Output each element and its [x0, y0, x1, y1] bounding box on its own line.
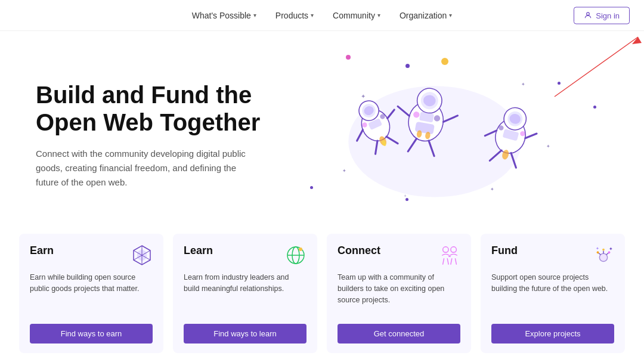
hero-text: Build and Fund the Open Web Together Con… — [36, 81, 286, 190]
svg-text:✦: ✦ — [361, 93, 366, 100]
dot-yellow — [441, 58, 448, 65]
nav-organization[interactable]: Organization ▾ — [400, 11, 452, 20]
learn-icon — [285, 245, 306, 266]
nav-whats-possible[interactable]: What's Possible ▾ — [192, 11, 256, 20]
svg-line-61 — [443, 259, 444, 264]
earn-card-title: Earn — [30, 245, 54, 257]
svg-text:✦: ✦ — [546, 144, 550, 149]
fund-cta-button[interactable]: Explore projects — [491, 324, 614, 343]
svg-line-43 — [525, 131, 537, 141]
svg-line-64 — [455, 259, 456, 264]
connect-icon — [439, 245, 460, 266]
connect-card-title: Connect — [338, 245, 380, 257]
dot-purple3 — [310, 186, 313, 189]
learn-card-header: Learn — [184, 245, 306, 266]
hero-illustration: ✦ ✦ ✦ ✦ ✦ + + — [286, 46, 608, 225]
learn-cta-button[interactable]: Find ways to learn — [184, 324, 306, 343]
earn-icon — [131, 245, 153, 266]
svg-point-71 — [597, 251, 599, 253]
hero-title: Build and Fund the Open Web Together — [36, 81, 286, 136]
connect-card-description: Team up with a community of builders to … — [338, 272, 460, 317]
astronaut-illustration: ✦ ✦ ✦ ✦ ✦ + + — [310, 49, 584, 222]
dot-purple5 — [558, 82, 561, 85]
svg-point-58 — [299, 247, 302, 251]
chevron-down-icon: ▾ — [311, 12, 314, 18]
svg-line-62 — [447, 259, 448, 264]
connect-card-header: Connect — [338, 245, 460, 266]
hero-subtitle: Connect with the community developing di… — [36, 147, 256, 190]
fund-card: Fund ✦ ✦ Support open source projects bu — [481, 234, 625, 353]
fund-card-description: Support open source projects building th… — [491, 272, 614, 317]
dot-purple — [405, 64, 410, 68]
svg-line-63 — [451, 259, 452, 264]
connect-cta-button[interactable]: Get connected — [338, 324, 460, 343]
user-icon — [584, 11, 592, 20]
nav-products[interactable]: Products ▾ — [275, 11, 314, 20]
fund-card-header: Fund ✦ ✦ — [491, 245, 614, 266]
cards-section: Earn Earn while building open source pub… — [0, 234, 644, 353]
fund-card-title: Fund — [491, 245, 518, 257]
svg-text:✦: ✦ — [491, 187, 495, 192]
navigation: What's Possible ▾ Products ▾ Community ▾… — [0, 0, 644, 31]
nav-links: What's Possible ▾ Products ▾ Community ▾… — [192, 11, 453, 20]
chevron-down-icon: ▾ — [253, 12, 256, 18]
connect-card: Connect Team up — [327, 234, 471, 353]
svg-line-69 — [606, 253, 609, 255]
svg-point-70 — [602, 249, 605, 251]
svg-text:✦: ✦ — [521, 82, 525, 87]
learn-card-title: Learn — [184, 245, 213, 257]
hero-section: Build and Fund the Open Web Together Con… — [0, 31, 644, 234]
earn-card-description: Earn while building open source public g… — [30, 272, 153, 317]
chevron-down-icon: ▾ — [377, 12, 380, 18]
chevron-down-icon: ▾ — [449, 12, 452, 18]
svg-point-66 — [599, 253, 607, 261]
dot-purple2 — [593, 106, 596, 109]
sign-in-button[interactable]: Sign in — [574, 7, 630, 24]
svg-point-0 — [587, 13, 590, 16]
nav-community[interactable]: Community ▾ — [333, 11, 380, 20]
fund-icon: ✦ ✦ — [593, 245, 614, 266]
earn-cta-button[interactable]: Find ways to earn — [30, 324, 153, 343]
earn-card: Earn Earn while building open source pub… — [19, 234, 163, 353]
learn-card: Learn Learn from industry leaders and bu… — [173, 234, 317, 353]
svg-point-60 — [451, 247, 456, 252]
dot-pink — [346, 55, 351, 60]
dot-purple4 — [405, 198, 408, 201]
svg-text:✦: ✦ — [596, 246, 599, 250]
svg-text:✦: ✦ — [342, 168, 346, 174]
earn-card-header: Earn — [30, 245, 153, 266]
learn-card-description: Learn from industry leaders and build me… — [184, 272, 306, 317]
svg-text:✦: ✦ — [609, 246, 613, 252]
svg-line-68 — [598, 253, 600, 255]
svg-point-59 — [443, 247, 448, 252]
